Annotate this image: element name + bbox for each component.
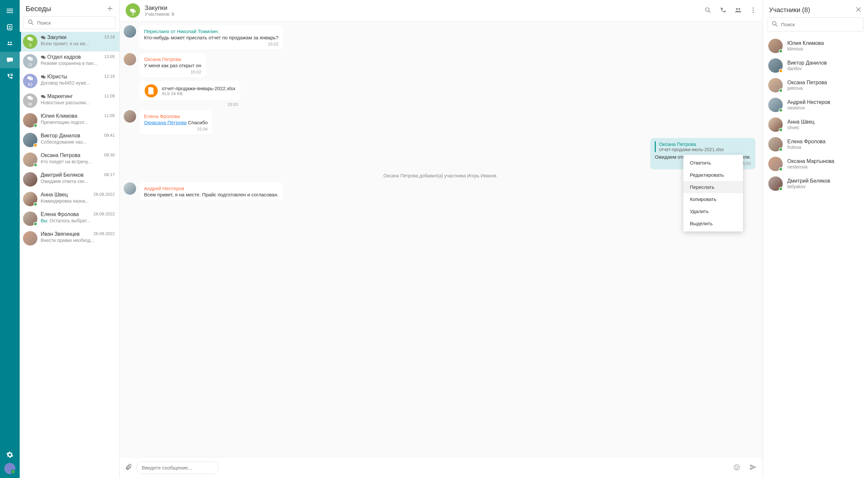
chat-panel: З Закупки Участников: 8 Переслано от Ник… (120, 0, 763, 478)
quote-author: Оксана Петрова (659, 141, 751, 147)
message-text: У меня как раз открыт он (144, 63, 202, 68)
conversation-item[interactable]: Елена Фролова Вы: Осталось выбрат... 28.… (20, 209, 119, 228)
conversation-preview: Внести правки необход... (41, 238, 116, 243)
conversations-search[interactable] (24, 17, 116, 29)
chat-actions (704, 6, 757, 15)
conversation-item[interactable]: Анна Швец Командировка назна... 28.09.20… (20, 189, 119, 209)
participants-list: Юлия Климова klimova Виктор Данилов dani… (768, 36, 863, 478)
context-menu-item[interactable]: Удалить (683, 205, 743, 217)
message-text: Всем привет, я на месте. Прайс подготовл… (144, 192, 279, 197)
context-menu-item[interactable]: Выделить (683, 217, 743, 229)
conversation-item[interactable]: Виктор Данилов Собеседование наз... 09:4… (20, 130, 119, 150)
conversation-item[interactable]: Ю Юристы Договор №4452 нуже... 12:16 (20, 71, 119, 91)
conversation-title: Закупки (47, 34, 66, 40)
message-author: Оксана Петрова (144, 56, 202, 62)
context-menu-item[interactable]: Переслать (683, 181, 743, 193)
chats-icon[interactable] (0, 52, 20, 68)
current-user-avatar[interactable] (4, 463, 16, 474)
chat-avatar: З (126, 3, 140, 18)
close-icon[interactable] (855, 6, 862, 14)
conversations-list: З Закупки Всем привет, я на ме... 13:16 … (20, 32, 119, 478)
messages-area: Переслано от Николай Томилин: Кто-нибудь… (120, 21, 763, 457)
message-bubble[interactable]: Елена Фролова Окнасана Петрова Спасибо 1… (140, 110, 212, 135)
participant-item[interactable]: Анна Швец shvec (768, 115, 863, 134)
participant-item[interactable]: Юлия Климова klimova (768, 36, 863, 56)
participants-search[interactable] (768, 18, 863, 31)
conversation-time: 11:05 (104, 113, 115, 118)
search-in-chat-icon[interactable] (704, 6, 712, 15)
conversation-item[interactable]: О Отдел кадров Резюме сохранена в пап...… (20, 52, 119, 71)
conversation-item[interactable]: З Закупки Всем привет, я на ме... 13:16 (20, 32, 119, 52)
participant-item[interactable]: Оксана Мартынова nesterova (768, 154, 863, 174)
participant-item[interactable]: Оксана Петрова petrova (768, 75, 863, 95)
new-conversation-icon[interactable] (106, 5, 114, 13)
message-bubble[interactable]: Андрей Нестеров Всем привет, я на месте.… (140, 182, 283, 201)
participants-panel: Участники (8) Юлия Климова klimova Викто… (763, 0, 868, 478)
conversation-title: Маркетинг (47, 93, 73, 99)
quoted-message: Оксана Петрова отчет-продажи-июль-2021.x… (655, 141, 751, 152)
svg-point-46 (773, 22, 776, 25)
file-attachment[interactable]: отчет-продажи-январь-2022.xlsx XLS 24 KB (140, 81, 241, 101)
conversation-avatar (23, 133, 37, 147)
more-icon[interactable] (750, 6, 757, 15)
participant-name: Андрей Нестеров (787, 99, 830, 105)
search-icon (771, 20, 778, 29)
message-text: Окнасана Петрова Спасибо (144, 120, 208, 125)
participants-icon[interactable] (735, 6, 742, 15)
send-icon[interactable] (749, 463, 757, 472)
conversation-title: Юристы (47, 74, 67, 79)
conversation-preview: Вы: Осталось выбрат... (41, 218, 116, 223)
settings-icon[interactable] (0, 447, 20, 463)
context-menu-item[interactable]: Копировать (683, 193, 743, 205)
participant-item[interactable]: Елена Фролова frolova (768, 134, 863, 154)
quote-text: отчет-продажи-июль-2021.xlsx (659, 147, 751, 152)
conversation-avatar: О (23, 54, 37, 68)
conversation-preview: Всем привет, я на ме... (41, 41, 116, 46)
conversation-time: 28.09.2022 (93, 212, 115, 216)
conversation-title: Иван Звягинцев (41, 231, 80, 237)
participant-name: Оксана Петрова (787, 79, 827, 86)
participants-search-input[interactable] (781, 22, 860, 27)
message-context-menu: ОтветитьРедактироватьПереслатьКопировать… (683, 155, 743, 231)
conversation-avatar: Ю (23, 74, 37, 88)
conversation-item[interactable]: М Маркетинг Новостные рассылки... 11:09 (20, 91, 119, 110)
attach-icon[interactable] (125, 464, 132, 472)
conversation-avatar (23, 113, 37, 128)
svg-point-41 (734, 465, 740, 470)
call-icon[interactable] (719, 6, 726, 15)
conference-icon[interactable] (0, 35, 20, 52)
svg-rect-6 (7, 27, 7, 28)
chat-subtitle: Участников: 8 (145, 11, 174, 17)
conversation-item[interactable]: Оксана Петрова Кто поедет на встречу... … (20, 150, 119, 169)
message-row: Оксана Петрова У меня как раз открыт он … (124, 53, 756, 78)
mention-link[interactable]: Окнасана Петрова (144, 120, 187, 125)
svg-rect-13 (107, 8, 113, 9)
conversations-panel: Беседы З Закупки Всем привет, я на ме...… (20, 0, 120, 478)
participant-item[interactable]: Дмитрий Беляков belyakov (768, 174, 863, 193)
system-message: Оксана Петрова добавил(а) участника Игор… (124, 173, 756, 178)
participant-name: Анна Швец (787, 119, 814, 125)
participant-item[interactable]: Виктор Данилов danilov (768, 56, 863, 75)
message-bubble[interactable]: Оксана Петрова У меня как раз открыт он … (140, 53, 206, 78)
context-menu-item[interactable]: Редактировать (683, 169, 743, 181)
calls-icon[interactable] (0, 68, 20, 85)
conversation-item[interactable]: Юлия Климова Презентацию подгот... 11:05 (20, 110, 119, 130)
conversation-preview: Резюме сохранена в пап... (41, 61, 116, 66)
composer-input[interactable] (136, 461, 219, 474)
conversation-time: 13:05 (104, 54, 115, 59)
participant-item[interactable]: Андрей Нестеров nesterov (768, 95, 863, 115)
message-avatar (124, 53, 136, 66)
participant-name: Дмитрий Беляков (787, 178, 830, 184)
conversation-item[interactable]: Дмитрий Беляков Ожидаем ответа сек... 08… (20, 169, 119, 189)
context-menu-item[interactable]: Ответить (683, 157, 743, 169)
message-bubble[interactable]: Переслано от Николай Томилин: Кто-нибудь… (140, 25, 283, 50)
svg-line-35 (709, 11, 711, 12)
participant-name: Елена Фролова (787, 139, 825, 145)
svg-rect-11 (10, 44, 12, 45)
menu-icon[interactable] (0, 3, 20, 19)
conversation-preview: Собеседование наз... (41, 139, 116, 145)
conversations-search-input[interactable] (37, 20, 112, 26)
contacts-icon[interactable] (0, 19, 20, 35)
emoji-icon[interactable] (733, 464, 740, 472)
conversation-item[interactable]: Иван Звягинцев Внести правки необход... … (20, 228, 119, 248)
